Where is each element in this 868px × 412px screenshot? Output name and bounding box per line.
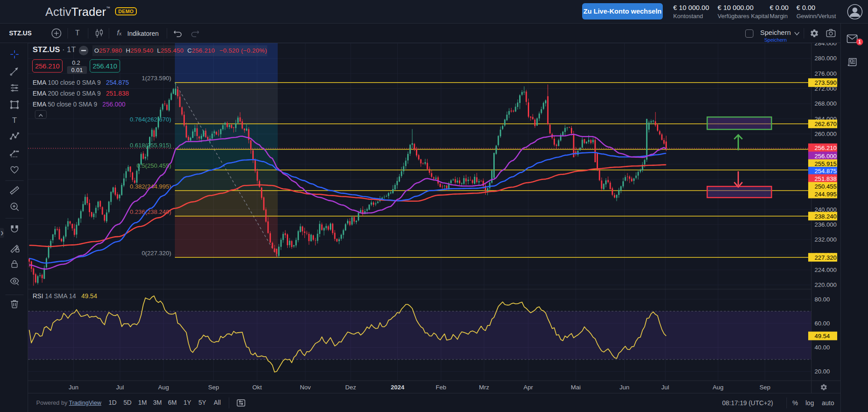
svg-text:T: T xyxy=(12,116,17,125)
svg-text:256.210: 256.210 xyxy=(815,145,837,151)
svg-text:254.875: 254.875 xyxy=(815,168,837,174)
svg-text:238.240: 238.240 xyxy=(815,213,837,220)
svg-text:Jun: Jun xyxy=(620,384,630,391)
svg-text:220.000: 220.000 xyxy=(815,281,837,288)
svg-text:Mrz: Mrz xyxy=(479,384,489,391)
svg-text:Sep: Sep xyxy=(759,384,770,391)
svg-text:20.00: 20.00 xyxy=(815,368,830,375)
svg-text:Okt: Okt xyxy=(252,384,262,391)
svg-text:251.838: 251.838 xyxy=(815,175,837,182)
svg-text:273.590: 273.590 xyxy=(815,79,837,86)
svg-text:2024: 2024 xyxy=(391,384,405,391)
svg-text:0(227.320): 0(227.320) xyxy=(142,250,171,257)
svg-text:262.670: 262.670 xyxy=(815,121,837,127)
svg-text:Jul: Jul xyxy=(116,384,124,391)
svg-text:Nov: Nov xyxy=(300,384,311,391)
svg-text:236.000: 236.000 xyxy=(815,221,837,228)
svg-text:255.915: 255.915 xyxy=(815,160,837,167)
svg-text:0.618(255.915): 0.618(255.915) xyxy=(130,142,171,149)
svg-text:276.000: 276.000 xyxy=(815,70,837,77)
svg-text:224.000: 224.000 xyxy=(815,267,837,273)
svg-text:227.320: 227.320 xyxy=(815,254,837,261)
svg-text:268.000: 268.000 xyxy=(815,100,837,107)
svg-text:232.000: 232.000 xyxy=(815,236,837,243)
svg-text:49.54: 49.54 xyxy=(815,333,830,339)
svg-text:256.000: 256.000 xyxy=(815,153,837,160)
svg-text:Jul: Jul xyxy=(661,384,669,391)
svg-text:0.764(262.670): 0.764(262.670) xyxy=(130,116,171,123)
svg-text:Mai: Mai xyxy=(571,384,581,391)
svg-text:Dez: Dez xyxy=(345,384,356,391)
svg-text:244.995: 244.995 xyxy=(815,191,837,198)
svg-text:Aug: Aug xyxy=(713,384,723,391)
svg-text:Jun: Jun xyxy=(69,384,79,391)
svg-text:80.00: 80.00 xyxy=(815,296,830,303)
svg-text:Apr: Apr xyxy=(523,384,533,391)
svg-text:Aug: Aug xyxy=(158,384,169,391)
svg-text:1(273.590): 1(273.590) xyxy=(142,75,171,82)
svg-text:40.00: 40.00 xyxy=(815,344,830,351)
svg-text:Feb: Feb xyxy=(436,384,446,391)
svg-text:60.00: 60.00 xyxy=(815,320,830,327)
svg-text:260.000: 260.000 xyxy=(815,131,837,137)
svg-text:284.000: 284.000 xyxy=(815,43,837,47)
svg-text:250.455: 250.455 xyxy=(815,183,837,190)
svg-text:0.382(244.995): 0.382(244.995) xyxy=(130,183,171,190)
svg-text:Sep: Sep xyxy=(208,384,219,391)
svg-text:280.000: 280.000 xyxy=(815,55,837,62)
